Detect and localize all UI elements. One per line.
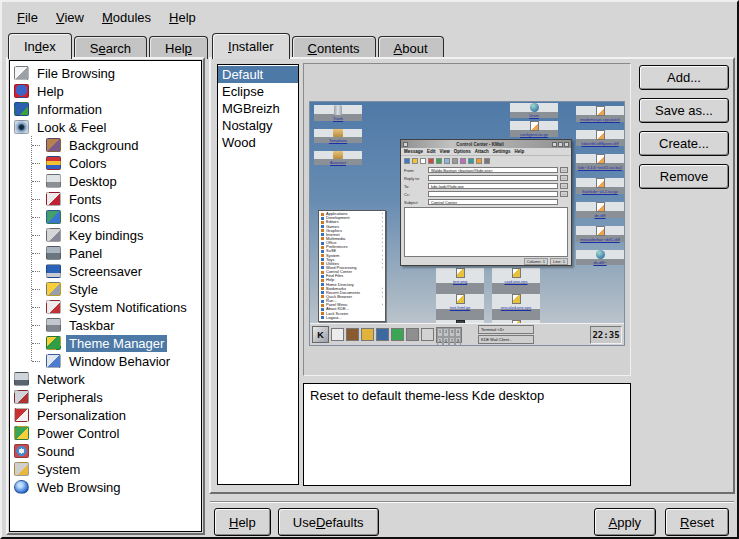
- theme-list[interactable]: Default Eclipse MGBreizh Nostalgy Wood: [217, 64, 299, 485]
- bottom-button[interactable]: Apply: [594, 508, 657, 536]
- k-menu-item-icon: [321, 312, 324, 315]
- mail-field-input: [428, 191, 558, 197]
- desktop-icon: card.one.eps: [492, 268, 540, 294]
- desktop-icon: flashkde~v0.2.tar.gz: [576, 178, 624, 194]
- tree-item[interactable]: Window Behavior: [10, 352, 201, 370]
- tree-item[interactable]: Taskbar: [10, 316, 201, 334]
- tree-item[interactable]: Screensaver: [10, 262, 201, 280]
- tree-top-group: File Browsing Help Information Look & Fe…: [10, 64, 201, 136]
- bottom-left-buttons: Help Use Defaults: [214, 508, 379, 536]
- preview-taskbar: K 12345678 Terminal <3>KDE Mail Client -…: [310, 323, 624, 345]
- trash-icon: [334, 105, 342, 115]
- tree-item[interactable]: Style: [10, 280, 201, 298]
- theme-list-item[interactable]: Default: [218, 66, 298, 83]
- menu-item[interactable]: Modules: [93, 7, 160, 28]
- bottom-button[interactable]: Help: [214, 508, 271, 536]
- theme-action-button[interactable]: Create...: [639, 131, 729, 156]
- k-menu-item-icon: [321, 250, 324, 253]
- theme-action-button[interactable]: Save as...: [639, 98, 729, 123]
- mail-menu-item: View: [440, 149, 450, 154]
- tree-item-label: Theme Manager: [66, 335, 167, 352]
- tree-item[interactable]: Key bindings: [10, 226, 201, 244]
- personalization-icon: [14, 408, 29, 422]
- left-tab[interactable]: Help: [149, 36, 208, 59]
- tree-item[interactable]: Desktop: [10, 172, 201, 190]
- button-label-accel: H: [229, 515, 238, 530]
- tree-item[interactable]: Power Control: [10, 424, 201, 442]
- tree-item[interactable]: Theme Manager: [10, 334, 201, 352]
- tree-item[interactable]: Background: [10, 136, 201, 154]
- menu-item[interactable]: Help: [160, 7, 205, 28]
- bottom-button[interactable]: Reset: [665, 508, 729, 536]
- tree-item[interactable]: Icons: [10, 208, 201, 226]
- theme-action-button[interactable]: Remove: [639, 164, 729, 189]
- tree-item[interactable]: Help: [10, 82, 201, 100]
- tree-item-label: Desktop: [66, 173, 120, 190]
- menu-item-label-rest: elp: [178, 10, 195, 25]
- desktop-icons-right: modemsays.cpp.patch kdatetbl.offByone.di…: [576, 106, 625, 265]
- tab-label-pre: In: [24, 39, 35, 54]
- mail-body: [404, 207, 568, 257]
- tree-item[interactable]: Colors: [10, 154, 201, 172]
- bottom-button[interactable]: Use Defaults: [278, 508, 379, 536]
- theme-action-button[interactable]: Add...: [639, 65, 729, 90]
- desktop-icon: test.html.gz: [436, 294, 484, 320]
- theme-list-item[interactable]: MGBreizh: [218, 100, 298, 117]
- tree-item[interactable]: Network: [10, 370, 201, 388]
- tab-label-pre: Hel: [165, 41, 185, 56]
- taskbar-app-icon: [331, 328, 344, 341]
- toolbar-icon: [412, 158, 418, 164]
- tree-item[interactable]: Look & Feel: [10, 118, 201, 136]
- right-tab[interactable]: Installer: [212, 33, 290, 59]
- tree-item-label: Web Browsing: [34, 479, 124, 496]
- tree-item[interactable]: Personalization: [10, 406, 201, 424]
- tree-item[interactable]: Sound: [10, 442, 201, 460]
- right-tab[interactable]: About: [378, 36, 444, 59]
- file-browsing-icon: [14, 66, 29, 80]
- theme-list-item[interactable]: Wood: [218, 134, 298, 151]
- right-tabbar: Installer Contents About: [212, 33, 444, 59]
- menu-item[interactable]: File: [8, 7, 47, 28]
- k-menu-item-icon: [321, 229, 324, 232]
- tree-item[interactable]: Web Browsing: [10, 478, 201, 496]
- module-tree[interactable]: File Browsing Help Information Look & Fe…: [9, 60, 202, 532]
- button-label-accel: A: [609, 515, 618, 530]
- menu-item[interactable]: View: [47, 7, 93, 28]
- screensaver-icon: [46, 264, 61, 278]
- theme-list-item[interactable]: Nostalgy: [218, 117, 298, 134]
- desktop-icon: rescaled.one.eps: [492, 294, 540, 320]
- minimize-icon: [552, 142, 557, 147]
- theme-preview-panel: Trash Templates Autostart: [303, 63, 631, 376]
- desktop-icon-label: dn.diff~: [593, 260, 606, 265]
- ball-icon: [530, 103, 539, 112]
- right-tab[interactable]: Contents: [292, 36, 376, 59]
- tab-label-pre: S: [90, 41, 99, 56]
- doc-icon: [596, 130, 605, 140]
- tree-item[interactable]: Panel: [10, 244, 201, 262]
- theme-list-item[interactable]: Eclipse: [218, 83, 298, 100]
- bottom-right-buttons: Apply Reset: [594, 508, 730, 536]
- tree-item[interactable]: System: [10, 460, 201, 478]
- information-icon: [14, 102, 29, 116]
- tree-item[interactable]: Fonts: [10, 190, 201, 208]
- k-menu-item-icon: [321, 316, 324, 319]
- kmail-composer-window: Control Center - KMail Message Edit View…: [400, 139, 572, 266]
- tree-item[interactable]: Information: [10, 100, 201, 118]
- icons-icon: [46, 210, 61, 224]
- tree-item[interactable]: Peripherals: [10, 388, 201, 406]
- tree-item[interactable]: File Browsing: [10, 64, 201, 82]
- desktop-icon: kdatetbl.offByone.diff: [576, 130, 624, 146]
- k-menu-item-icon: [321, 242, 324, 245]
- image-file-icon: [512, 294, 521, 304]
- desktop-icon: Autostart: [314, 151, 362, 165]
- tree-item-label: Taskbar: [66, 317, 118, 334]
- left-tab[interactable]: Index: [8, 33, 72, 59]
- desktop-pager: 12345678: [436, 327, 462, 343]
- mail-field-row: Reply to: ...: [401, 174, 571, 182]
- button-label-accel: R: [680, 515, 689, 530]
- mail-field-row: From: Waldo Bastian <bastian@kde.org> ..…: [401, 166, 571, 174]
- tree-item-label: Fonts: [66, 191, 105, 208]
- theme-description-box[interactable]: Reset to default theme-less Kde desktop: [303, 383, 631, 486]
- left-tab[interactable]: Search: [74, 36, 147, 59]
- tree-item[interactable]: System Notifications: [10, 298, 201, 316]
